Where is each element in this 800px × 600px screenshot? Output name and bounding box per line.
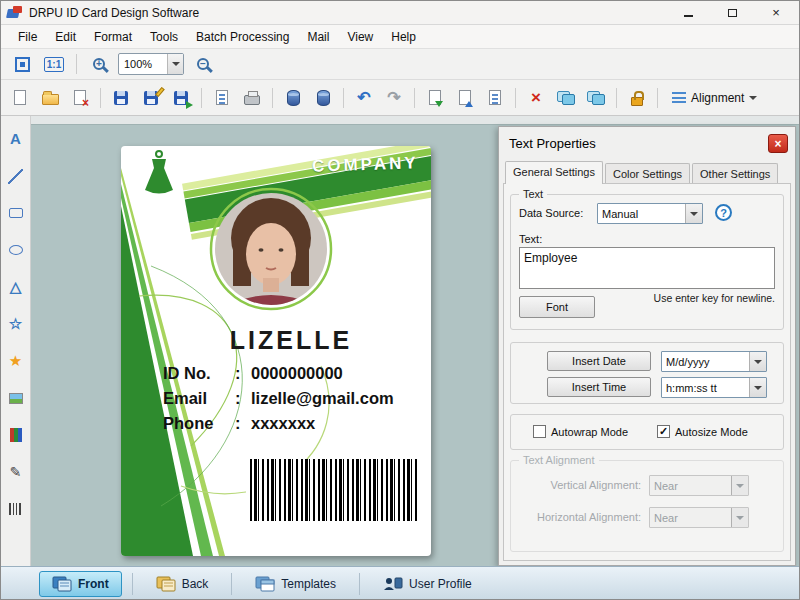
autowrap-checkbox[interactable] xyxy=(533,425,546,438)
custom-shape-tool[interactable]: ★ xyxy=(5,350,27,372)
image-tool[interactable] xyxy=(5,387,27,409)
menu-format[interactable]: Format xyxy=(85,27,141,47)
actual-size-button[interactable]: 1:1 xyxy=(41,52,67,76)
close-window-button[interactable]: × xyxy=(767,5,785,21)
line-tool[interactable] xyxy=(5,165,27,187)
lock-button[interactable] xyxy=(624,86,650,110)
insert-date-button[interactable]: Insert Date xyxy=(547,351,651,371)
triangle-tool-icon: △ xyxy=(10,278,22,296)
print-button[interactable] xyxy=(239,86,265,110)
panel-close-button[interactable]: × xyxy=(768,134,788,153)
triangle-tool[interactable]: △ xyxy=(5,276,27,298)
zoom-out-button[interactable]: − xyxy=(190,52,216,76)
portrait-photo xyxy=(215,193,327,326)
tab-back[interactable]: Back xyxy=(143,571,222,597)
back-pages-icon xyxy=(156,576,176,592)
save-edit-button[interactable] xyxy=(138,86,164,110)
delete-object-button[interactable]: × xyxy=(523,86,549,110)
open-folder-icon xyxy=(42,94,59,105)
date-format-combobox[interactable]: M/d/yyyy xyxy=(661,351,767,372)
date-format-arrow-icon[interactable] xyxy=(749,352,766,371)
redo-icon: ↷ xyxy=(387,90,400,106)
custom-shape-tool-icon: ★ xyxy=(9,352,22,370)
undo-button[interactable]: ↶ xyxy=(351,86,377,110)
font-button[interactable]: Font xyxy=(519,296,595,318)
group-icon xyxy=(557,91,575,105)
data-source-value: Manual xyxy=(598,208,685,220)
maximize-button[interactable] xyxy=(723,5,741,21)
time-format-value: h:mm:ss tt xyxy=(662,382,749,394)
data-source-combobox[interactable]: Manual xyxy=(597,203,703,224)
card-name-text[interactable]: LIZELLE xyxy=(161,326,421,355)
card-email-field[interactable]: Email : lizelle@gmail.com xyxy=(163,389,425,408)
rectangle-tool[interactable] xyxy=(5,202,27,224)
text-document-button[interactable] xyxy=(209,86,235,110)
tab-templates-label: Templates xyxy=(281,577,336,591)
menu-help[interactable]: Help xyxy=(382,27,425,47)
menu-tools[interactable]: Tools xyxy=(141,27,187,47)
card-id-value: 0000000000 xyxy=(251,364,343,383)
tab-front[interactable]: Front xyxy=(39,571,122,597)
card-email-separator: : xyxy=(235,389,251,408)
autosize-label: Autosize Mode xyxy=(675,426,748,438)
ungroup-button[interactable] xyxy=(583,86,609,110)
user-profile-icon xyxy=(383,576,403,592)
database-button[interactable] xyxy=(280,86,306,110)
mode-group: Autowrap Mode Autosize Mode xyxy=(510,414,784,450)
card-barcode[interactable] xyxy=(246,459,422,521)
fit-page-button[interactable] xyxy=(9,52,35,76)
zoom-in-button[interactable]: + xyxy=(86,52,112,76)
card-phone-field[interactable]: Phone : xxxxxxx xyxy=(163,414,425,433)
print-icon xyxy=(244,95,260,105)
library-tool[interactable] xyxy=(5,424,27,446)
delete-document-button[interactable] xyxy=(67,86,93,110)
data-source-arrow-icon[interactable] xyxy=(685,204,702,223)
menu-file[interactable]: File xyxy=(9,27,46,47)
autosize-checkbox[interactable] xyxy=(657,425,670,438)
autowrap-mode-option[interactable]: Autowrap Mode xyxy=(533,425,628,438)
ellipse-tool-icon xyxy=(9,245,23,255)
copy-button[interactable] xyxy=(482,86,508,110)
zoom-dropdown-arrow-icon[interactable] xyxy=(167,54,183,74)
tab-back-label: Back xyxy=(182,577,209,591)
tool-palette: A △ ☆ ★ ✎ xyxy=(1,116,31,566)
export-image-button[interactable] xyxy=(452,86,478,110)
save-button[interactable] xyxy=(108,86,134,110)
import-image-button[interactable] xyxy=(422,86,448,110)
menu-view[interactable]: View xyxy=(338,27,382,47)
time-format-combobox[interactable]: h:mm:ss tt xyxy=(661,377,767,398)
time-format-arrow-icon[interactable] xyxy=(749,378,766,397)
alignment-dropdown-button[interactable]: Alignment xyxy=(665,87,764,109)
signature-tool[interactable]: ✎ xyxy=(5,461,27,483)
new-document-icon xyxy=(14,90,26,105)
autosize-mode-option[interactable]: Autosize Mode xyxy=(657,425,748,438)
group-button[interactable] xyxy=(553,86,579,110)
tab-general-settings[interactable]: General Settings xyxy=(505,161,603,184)
zoom-level-combobox[interactable]: 100% xyxy=(118,53,184,75)
barcode-tool[interactable] xyxy=(5,498,27,520)
minimize-button[interactable] xyxy=(679,5,697,21)
menu-edit[interactable]: Edit xyxy=(46,27,85,47)
close-icon: × xyxy=(772,5,780,20)
text-input[interactable]: Employee xyxy=(519,247,775,289)
ellipse-tool[interactable] xyxy=(5,239,27,261)
insert-time-button[interactable]: Insert Time xyxy=(547,377,651,397)
card-id-field[interactable]: ID No. : 0000000000 xyxy=(163,364,425,383)
open-button[interactable] xyxy=(37,86,63,110)
new-document-button[interactable] xyxy=(7,86,33,110)
database-export-button[interactable] xyxy=(310,86,336,110)
tab-user-profile[interactable]: User Profile xyxy=(370,571,485,597)
menu-mail[interactable]: Mail xyxy=(298,27,338,47)
menu-batch-processing[interactable]: Batch Processing xyxy=(187,27,298,47)
library-tool-icon xyxy=(10,428,22,442)
star-tool[interactable]: ☆ xyxy=(5,313,27,335)
horizontal-alignment-arrow-icon xyxy=(731,508,748,527)
redo-button[interactable]: ↷ xyxy=(381,86,407,110)
save-export-button[interactable] xyxy=(168,86,194,110)
general-settings-content: Text Data Source: Manual ? Text: Employe… xyxy=(503,183,791,561)
id-card-design[interactable]: COMPANY LIZELLE ID No. : 0000000000 Emai… xyxy=(121,146,431,556)
help-icon[interactable]: ? xyxy=(715,204,732,221)
text-tool[interactable]: A xyxy=(5,128,27,150)
card-company-text[interactable]: COMPANY xyxy=(312,153,419,177)
tab-templates[interactable]: Templates xyxy=(242,571,349,597)
